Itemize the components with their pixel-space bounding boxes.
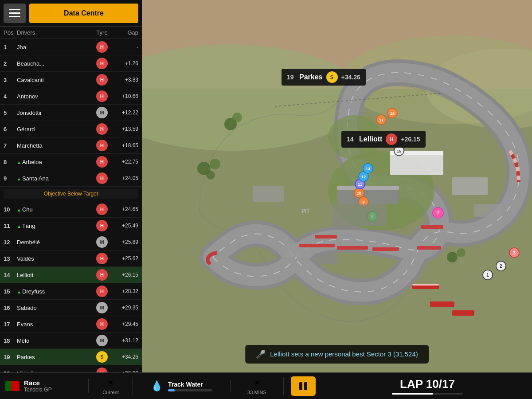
tyre-icon: H <box>96 90 108 102</box>
svg-rect-12 <box>315 253 337 264</box>
driver-gap: +25.62 <box>112 255 138 262</box>
driver-tyre: M <box>92 335 112 346</box>
track-water-info: Track Water <box>168 381 212 391</box>
svg-point-52 <box>232 113 242 122</box>
col-pos: Pos <box>4 29 17 36</box>
driver-pos: 9 <box>4 175 17 182</box>
table-row[interactable]: 6 Gérard H +13.59 <box>0 121 142 137</box>
driver-name: Melo <box>17 337 92 344</box>
svg-rect-8 <box>337 186 399 190</box>
track-popup-lelliott: 14 Lelliott H +26.15 <box>341 131 426 148</box>
table-row[interactable]: 3 Cavalcanti H +3.83 <box>0 72 142 88</box>
driver-pos: 11 <box>4 223 17 229</box>
table-row[interactable]: 2 Beaucha... H +1.26 <box>0 55 142 72</box>
flag-portugal <box>5 381 20 391</box>
lap-text: LAP 10/17 <box>400 377 455 391</box>
table-row[interactable]: 20 Väänänen H +36.39 <box>0 365 142 372</box>
table-row[interactable]: 9 ▲Santa Ana H +24.05 <box>0 170 142 187</box>
position-arrow: ▲ <box>17 176 21 181</box>
svg-rect-55 <box>299 244 335 247</box>
driver-pos: 6 <box>4 126 17 133</box>
driver-name: Cavalcanti <box>17 77 92 83</box>
driver-name: Valdés <box>17 255 92 262</box>
svg-point-47 <box>210 159 220 169</box>
driver-pos: 10 <box>4 206 17 213</box>
svg-rect-19 <box>452 310 474 316</box>
position-arrow: ▲ <box>17 289 21 294</box>
svg-text:17: 17 <box>379 118 383 122</box>
col-drivers: Drivers <box>17 29 92 36</box>
table-row[interactable]: 12 Dembélé M +25.89 <box>0 234 142 250</box>
data-centre-button[interactable]: Data Centre <box>29 4 138 23</box>
lap-info: LAP 10/17 <box>323 377 532 395</box>
popup-pos-parkes: 19 <box>287 74 296 81</box>
driver-gap: +29.35 <box>112 305 138 311</box>
driver-tyre: H <box>92 286 112 297</box>
driver-gap: +12.22 <box>112 110 138 116</box>
track-water-label: Track Water <box>168 381 212 388</box>
driver-tyre: H <box>92 58 112 69</box>
svg-rect-57 <box>372 247 399 251</box>
map-area: 1 2 3 7 8 9 10 11 12 13 15 17 18 <box>142 0 532 372</box>
driver-tyre: H <box>92 203 112 215</box>
weather-current-label: Current <box>102 390 119 395</box>
table-row[interactable]: 19 Parkes S +34.26 <box>0 349 142 365</box>
svg-rect-58 <box>417 246 441 250</box>
table-row[interactable]: 1 Jha H - <box>0 39 142 55</box>
driver-pos: 17 <box>4 321 17 328</box>
notification-text: Lelliott sets a new personal best Sector… <box>270 350 418 358</box>
driver-name: ▲Chu <box>17 206 92 213</box>
menu-button[interactable] <box>4 4 26 23</box>
race-info: Race Tondela GP <box>0 379 89 393</box>
svg-text:18: 18 <box>390 111 395 116</box>
driver-tyre: M <box>92 302 112 313</box>
svg-text:PIT: PIT <box>301 208 310 214</box>
table-header: Pos Drivers Tyre Gap <box>0 27 142 39</box>
tyre-icon: H <box>96 172 108 184</box>
tyre-icon: M <box>96 335 108 346</box>
table-row[interactable]: 13 Valdés H +25.62 <box>0 250 142 267</box>
tyre-icon: M <box>96 302 108 313</box>
table-row[interactable]: 16 Sabado M +29.35 <box>0 300 142 316</box>
driver-gap: +25.89 <box>112 239 138 245</box>
weather-next: ☀ 33 MINS <box>231 377 284 395</box>
table-row[interactable]: 4 Antonov H +10.66 <box>0 88 142 105</box>
svg-rect-56 <box>337 246 368 250</box>
svg-text:12: 12 <box>361 175 366 179</box>
driver-tyre: M <box>92 236 112 248</box>
driver-pos: 16 <box>4 305 17 311</box>
driver-pos: 18 <box>4 337 17 344</box>
table-row[interactable]: 7 Marchetta H +18.65 <box>0 137 142 154</box>
weather-next-label: 33 MINS <box>247 390 266 395</box>
svg-rect-53 <box>332 204 386 226</box>
driver-tyre: H <box>92 140 112 151</box>
table-row[interactable]: 15 ▲Dreyfuss H +28.32 <box>0 283 142 300</box>
table-row[interactable]: 5 Jónsdóttir M +12.22 <box>0 105 142 121</box>
tyre-icon: H <box>96 140 108 151</box>
tyre-icon: M <box>96 236 108 248</box>
driver-pos: 3 <box>4 77 17 83</box>
race-text: Race Tondela GP <box>24 379 52 393</box>
drivers-list[interactable]: 1 Jha H - 2 Beaucha... H +1.26 3 Cavalca… <box>0 39 142 372</box>
driver-name: ▲Arbeloa <box>17 159 92 165</box>
popup-name-parkes: Parkes <box>299 73 323 81</box>
table-row[interactable]: 8 ▲Arbeloa H +22.75 <box>0 154 142 170</box>
tyre-icon: H <box>96 368 108 372</box>
table-row[interactable]: 17 Evans H +29.45 <box>0 316 142 332</box>
table-row[interactable]: 14 Lelliott H +26.15 <box>0 267 142 283</box>
position-arrow: ▲ <box>17 160 21 165</box>
tyre-icon: H <box>96 253 108 264</box>
driver-pos: 5 <box>4 110 17 116</box>
svg-point-50 <box>457 248 466 257</box>
table-row[interactable]: 10 ▲Chu H +24.65 <box>0 201 142 218</box>
pause-button[interactable] <box>291 376 316 396</box>
driver-name: Jha <box>17 44 92 51</box>
driver-tyre: H <box>92 74 112 86</box>
table-row[interactable]: 11 ▲Tāng H +25.49 <box>0 218 142 234</box>
svg-rect-17 <box>412 284 439 286</box>
driver-tyre: H <box>92 123 112 135</box>
table-row[interactable]: 18 Melo M +31.12 <box>0 332 142 349</box>
tyre-icon: M <box>96 107 108 118</box>
position-arrow: ▲ <box>17 224 21 229</box>
svg-text:2: 2 <box>500 264 502 269</box>
